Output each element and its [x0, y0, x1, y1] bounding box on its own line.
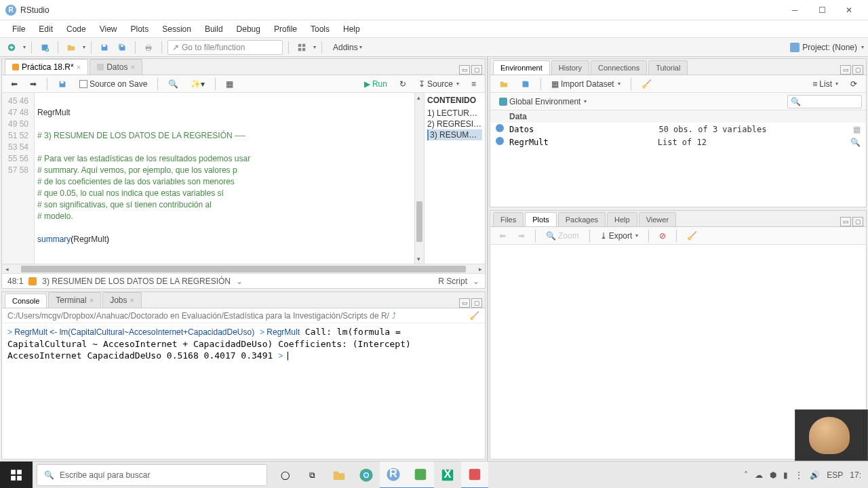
addins-menu[interactable]: Addins▾ — [328, 40, 368, 55]
minimize-pane-icon[interactable]: ▭ — [459, 298, 470, 308]
report-button[interactable]: ▦ — [221, 77, 238, 91]
cortana-icon[interactable]: ◯ — [271, 462, 298, 489]
maximize-pane-icon[interactable]: ▢ — [852, 217, 863, 226]
menu-tools[interactable]: Tools — [304, 22, 336, 37]
menu-file[interactable]: File — [5, 22, 32, 37]
menu-view[interactable]: View — [93, 22, 124, 37]
editor-hscrollbar[interactable]: ◂▸ — [2, 264, 485, 273]
onedrive-icon[interactable]: ☁ — [755, 470, 763, 480]
menu-profile[interactable]: Profile — [267, 22, 304, 37]
section-crumb[interactable]: 3) RESUMEN DE LOS DATOS DE LA REGRESIÓN — [42, 277, 231, 286]
console-output[interactable]: > RegrMult <- lm(CapitalCultural~AccesoI… — [2, 323, 485, 459]
tab-files[interactable]: Files — [493, 212, 524, 226]
outline-item-2[interactable]: 2) REGRESI… — [427, 119, 482, 129]
forward-button[interactable]: ➡ — [25, 77, 41, 91]
taskbar-search-input[interactable]: 🔍Escribe aquí para buscar — [37, 464, 267, 486]
new-project-button[interactable] — [37, 40, 52, 55]
menu-code[interactable]: Code — [60, 22, 93, 37]
minimize-pane-icon[interactable]: ▭ — [459, 65, 470, 75]
excel-icon[interactable]: X — [434, 462, 461, 489]
tab-connections[interactable]: Connections — [591, 60, 647, 75]
env-row-datos[interactable]: Datos 50 obs. of 3 variables ▦ — [490, 123, 866, 136]
close-icon[interactable]: × — [77, 63, 81, 71]
minimize-button[interactable]: ─ — [781, 1, 808, 20]
wifi-icon[interactable]: ⋮ — [795, 470, 803, 480]
dropdown-caret-icon[interactable]: ▾ — [83, 44, 85, 50]
plot-next-button[interactable]: ➡ — [513, 229, 530, 243]
minimize-pane-icon[interactable]: ▭ — [840, 65, 851, 75]
tab-console[interactable]: Console — [5, 293, 47, 308]
plot-prev-button[interactable]: ⬅ — [494, 229, 511, 243]
source-on-save-checkbox[interactable]: Source on Save — [75, 77, 152, 91]
clear-console-icon[interactable]: 🧹 — [469, 311, 479, 321]
volume-icon[interactable]: 🔊 — [810, 470, 820, 480]
list-view-button[interactable]: ≡List▾ — [808, 77, 843, 91]
dropdown-caret-icon[interactable]: ▾ — [313, 44, 316, 50]
file-explorer-icon[interactable] — [326, 462, 353, 489]
zoom-button[interactable]: 🔍Zoom — [541, 229, 584, 243]
load-workspace-button[interactable] — [494, 77, 513, 91]
code-editor[interactable]: 45 46 47 48 49 50 51 52 53 54 55 56 57 5… — [2, 93, 485, 264]
save-button[interactable] — [97, 40, 112, 55]
clock[interactable]: 17: — [850, 470, 861, 480]
tab-packages[interactable]: Packages — [558, 212, 606, 226]
tab-datos[interactable]: Datos× — [90, 59, 142, 75]
wand-button[interactable]: ✨▾ — [186, 77, 210, 91]
rerun-button[interactable]: ↻ — [395, 77, 411, 91]
env-search-input[interactable]: 🔍 — [787, 95, 862, 108]
menu-plots[interactable]: Plots — [124, 22, 156, 37]
import-dataset-button[interactable]: ▦Import Dataset▾ — [547, 77, 625, 91]
tab-terminal[interactable]: Terminal× — [48, 292, 101, 308]
path-link-icon[interactable]: ⤴ — [392, 311, 396, 321]
find-button[interactable]: 🔍 — [163, 77, 183, 91]
env-scope-button[interactable]: Global Environment▾ — [494, 95, 591, 108]
export-button[interactable]: ⤓Export▾ — [595, 229, 644, 243]
run-button[interactable]: ▶Run — [359, 77, 392, 91]
maximize-pane-icon[interactable]: ▢ — [471, 65, 482, 75]
tab-history[interactable]: History — [551, 60, 589, 75]
new-file-button[interactable] — [4, 40, 19, 55]
env-row-regrmult[interactable]: RegrMult List of 12 🔍 — [490, 136, 866, 148]
language-mode[interactable]: R Script — [438, 277, 467, 286]
tab-viewer[interactable]: Viewer — [639, 212, 676, 226]
menu-edit[interactable]: Edit — [32, 22, 60, 37]
goto-file-input[interactable]: ↗ Go to file/function — [167, 40, 283, 55]
system-tray[interactable]: ˄ ☁ ⬢ ▮ ⋮ 🔊 ESP 17: — [737, 470, 868, 480]
close-button[interactable]: ✕ — [835, 1, 863, 20]
menu-help[interactable]: Help — [336, 22, 367, 37]
inspect-icon[interactable]: 🔍 — [850, 138, 861, 147]
refresh-env-button[interactable]: ⟳ — [846, 77, 862, 91]
source-button[interactable]: ↧Source▾ — [414, 77, 464, 91]
editor-vscrollbar[interactable]: ▴▾ — [414, 93, 424, 264]
view-table-icon[interactable]: ▦ — [853, 125, 861, 134]
camtasia-icon[interactable] — [407, 462, 434, 489]
save-source-button[interactable] — [53, 77, 72, 91]
tab-environment[interactable]: Environment — [493, 60, 550, 75]
print-button[interactable] — [141, 40, 156, 55]
dropdown-caret-icon[interactable]: ▾ — [23, 44, 26, 50]
project-menu[interactable]: Project: (None) ▾ — [790, 43, 864, 52]
clear-plots-button[interactable]: 🧹 — [682, 229, 702, 243]
maximize-pane-icon[interactable]: ▢ — [852, 65, 863, 75]
tray-chevron-icon[interactable]: ˄ — [744, 470, 748, 480]
clear-env-button[interactable]: 🧹 — [637, 77, 656, 91]
close-icon[interactable]: × — [131, 63, 135, 71]
save-workspace-button[interactable] — [516, 77, 535, 91]
tab-practica[interactable]: Práctica 18.R*× — [5, 59, 88, 75]
recorder-icon[interactable] — [461, 462, 488, 489]
remove-plot-button[interactable]: ⊘ — [654, 229, 671, 243]
tab-help[interactable]: Help — [607, 212, 637, 226]
tab-plots[interactable]: Plots — [525, 212, 556, 226]
outline-item-3[interactable]: 3) RESUME… — [427, 129, 482, 140]
grid-button[interactable] — [294, 40, 309, 55]
menu-build[interactable]: Build — [198, 22, 230, 37]
back-button[interactable]: ⬅ — [6, 77, 22, 91]
task-view-icon[interactable]: ⧉ — [298, 462, 326, 489]
minimize-pane-icon[interactable]: ▭ — [840, 217, 851, 226]
battery-icon[interactable]: ▮ — [783, 470, 788, 480]
start-button[interactable] — [0, 462, 33, 489]
menu-session[interactable]: Session — [155, 22, 198, 37]
language-indicator[interactable]: ESP — [827, 470, 843, 480]
open-file-button[interactable] — [64, 40, 79, 55]
maximize-pane-icon[interactable]: ▢ — [471, 298, 482, 308]
